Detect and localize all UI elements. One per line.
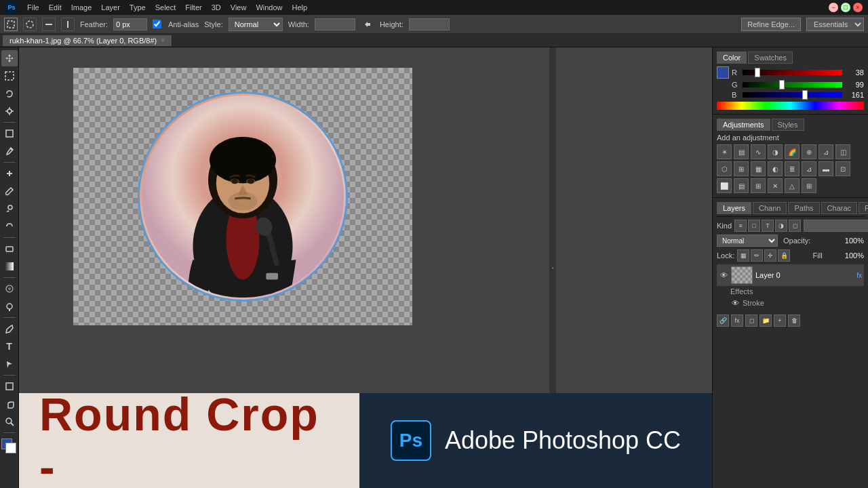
healing-tool[interactable] [1,165,18,182]
kind-adjustment-icon[interactable]: ◑ [775,220,787,232]
eyedropper-tool[interactable] [1,143,18,159]
menu-window[interactable]: Window [252,2,286,13]
channels-tab[interactable]: Chann [753,202,787,214]
menu-filter[interactable]: Filter [181,2,205,13]
link-layers-icon[interactable]: 🔗 [717,314,729,327]
blend-mode-select[interactable]: Normal [717,235,778,247]
height-input[interactable] [409,18,450,30]
menu-help[interactable]: Help [288,2,312,13]
photo-filter-adj-icon[interactable]: ⬡ [717,161,732,176]
threshold-adj-icon[interactable]: ⊿ [802,161,816,176]
grid-adj-icon[interactable]: ⊞ [802,178,816,193]
marquee-ellipse-icon[interactable] [23,18,37,31]
history-brush-tool[interactable] [1,218,18,235]
menu-view[interactable]: View [226,2,251,13]
document-tab[interactable]: rukh-khan-1.jpg @ 66.7% (Layer 0, RGB/8#… [3,35,172,46]
maximize-button[interactable]: □ [841,3,850,12]
lasso-tool[interactable] [1,85,18,102]
channel-mixer-adj-icon[interactable]: ⊞ [734,161,749,176]
b-slider[interactable] [743,92,842,98]
canvas-image[interactable] [73,68,412,325]
marquee-rect-icon[interactable] [4,18,18,31]
adjustments-tab[interactable]: Adjustments [717,119,770,131]
clone-stamp-tool[interactable] [1,201,18,217]
r-slider[interactable] [743,70,842,75]
dodge-tool[interactable] [1,298,18,314]
curves-adj-icon[interactable]: ∿ [751,144,766,159]
foreground-swatch[interactable] [717,66,729,79]
lock-transparent-icon[interactable]: ▦ [737,249,749,262]
pattern-adj-icon[interactable]: ⊞ [751,178,766,193]
layers-tab[interactable]: Layers [717,202,751,214]
g-slider[interactable] [743,82,842,87]
gradient-map-adj-icon[interactable]: ▬ [818,161,833,176]
gradient-tool[interactable] [1,258,18,274]
bw-adj-icon[interactable]: ◫ [835,144,850,159]
lock-position-icon[interactable]: ✛ [764,249,776,262]
exposure-adj-icon[interactable]: ◑ [768,144,783,159]
eraser-tool[interactable] [1,241,18,257]
paths-tab[interactable]: Paths [788,202,819,214]
type-tool[interactable]: T [1,338,18,354]
pen-tool[interactable] [1,321,18,337]
color-swatch-area[interactable] [1,439,18,455]
menu-3d[interactable]: 3D [208,2,225,13]
styles-tab[interactable]: Styles [772,119,804,131]
path-selection-tool[interactable] [1,356,18,372]
menu-layer[interactable]: Layer [97,2,124,13]
add-style-icon[interactable]: fx [731,314,743,327]
shape-tool[interactable] [1,378,18,394]
marquee-col-icon[interactable] [61,18,75,31]
color-lookup-adj-icon[interactable]: ▦ [751,161,766,176]
brush-tool[interactable] [1,183,18,199]
new-layer-icon[interactable]: + [774,314,786,327]
solid-color-adj-icon[interactable]: ⬜ [717,178,732,193]
background-color[interactable] [5,443,16,453]
new-group-icon[interactable]: 📁 [760,314,772,327]
swap-dimensions-icon[interactable] [361,18,374,31]
posterize-adj-icon[interactable]: ≣ [785,161,800,176]
menu-image[interactable]: Image [67,2,96,13]
gradient-fill-adj-icon[interactable]: ▤ [734,178,749,193]
color-tab[interactable]: Color [717,52,747,64]
kind-pixel-icon[interactable]: □ [748,220,760,232]
move-tool[interactable] [1,50,18,66]
hand-tool[interactable] [1,396,18,412]
style-select[interactable]: Normal Fixed Ratio Fixed Size [229,18,283,31]
workspace-select[interactable]: Essentials [806,18,864,31]
blur-tool[interactable] [1,281,18,297]
minimize-button[interactable]: − [829,3,838,12]
antialias-checkbox[interactable] [153,20,161,28]
reduce-noise-adj-icon[interactable]: ✕ [768,178,783,193]
magic-wand-tool[interactable] [1,103,18,119]
zoom-tool[interactable] [1,413,18,430]
menu-file[interactable]: File [23,2,43,13]
character-tab[interactable]: Charac [821,202,857,214]
selective-color-adj-icon[interactable]: ⊡ [835,161,850,176]
color-balance-adj-icon[interactable]: ⊿ [818,144,833,159]
menu-edit[interactable]: Edit [45,2,66,13]
layer-0-item[interactable]: 👁 Layer 0 fx [717,264,864,286]
delete-layer-icon[interactable]: 🗑 [788,314,800,327]
layer-fx-badge[interactable]: fx [856,272,862,279]
crop-tool[interactable] [1,125,18,142]
kind-all-icon[interactable]: ≡ [734,220,747,232]
kind-type-icon[interactable]: T [762,220,774,232]
width-input[interactable] [315,18,355,30]
menu-type[interactable]: Type [125,2,150,13]
kind-search-input[interactable] [804,220,868,232]
add-mask-icon[interactable]: ◻ [745,314,757,327]
canvas-area[interactable]: › Round Crop - Ps Adobe Photoshop CC [19,47,712,488]
vibrance-adj-icon[interactable]: 🌈 [785,144,800,159]
stroke-visibility-toggle[interactable]: 👁 [730,298,740,308]
refine-edge-button[interactable]: Refine Edge... [741,18,801,31]
kind-smart-obj-icon[interactable]: ◻ [789,220,801,232]
lock-pixels-icon[interactable]: ✏ [751,249,763,262]
marquee-row-icon[interactable] [42,18,56,31]
hue-sat-adj-icon[interactable]: ⊕ [802,144,816,159]
sharpen-adj-icon[interactable]: △ [785,178,800,193]
brightness-adj-icon[interactable]: ☀ [717,144,732,159]
swatches-tab[interactable]: Swatches [748,52,793,64]
color-spectrum-bar[interactable] [717,102,864,110]
lock-all-icon[interactable]: 🔒 [778,249,790,262]
